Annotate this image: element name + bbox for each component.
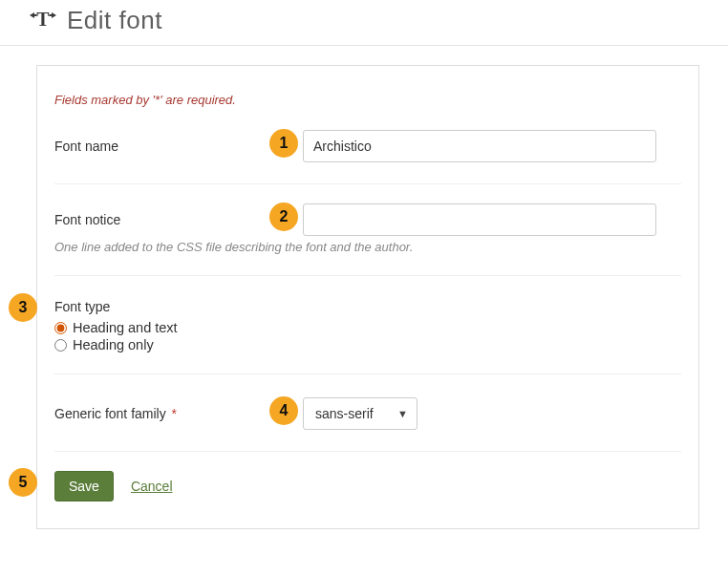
page-title: Edit font: [67, 6, 162, 35]
annotation-2: 2: [269, 203, 298, 231]
row-font-notice: Font notice 2: [54, 203, 681, 242]
font-width-icon: T: [29, 9, 67, 33]
label-font-name: Font name: [54, 139, 303, 154]
svg-rect-3: [34, 14, 37, 16]
annotation-1: 1: [269, 129, 298, 158]
input-font-notice[interactable]: [303, 203, 656, 236]
row-font-type: Font type Heading and text Heading only …: [54, 299, 681, 374]
svg-marker-2: [52, 12, 56, 18]
annotation-4: 4: [269, 396, 298, 425]
row-font-name: Font name 1: [54, 130, 681, 184]
page-header: T Edit font: [0, 0, 728, 46]
required-mark: *: [172, 406, 177, 421]
select-generic-family-wrap: sans-serif ▼: [303, 397, 418, 430]
radio-label-heading-and-text: Heading and text: [73, 320, 178, 335]
required-note: Fields marked by '*' are required.: [54, 93, 681, 107]
svg-rect-4: [50, 14, 53, 16]
svg-text:T: T: [36, 9, 50, 30]
label-font-type: Font type: [54, 299, 681, 314]
annotation-5: 5: [9, 468, 37, 497]
radio-label-heading-only: Heading only: [73, 337, 154, 352]
input-font-name[interactable]: [303, 130, 656, 162]
select-generic-family[interactable]: sans-serif: [303, 397, 418, 430]
radio-heading-only[interactable]: Heading only: [54, 337, 681, 352]
radio-input-heading-only[interactable]: [54, 339, 67, 352]
actions-row: Save Cancel 5: [54, 471, 681, 501]
label-generic-family: Generic font family: [54, 406, 166, 421]
annotation-3: 3: [9, 293, 37, 322]
hint-font-notice: One line added to the CSS file describin…: [54, 240, 681, 276]
radio-input-heading-and-text[interactable]: [54, 322, 67, 334]
cancel-link[interactable]: Cancel: [131, 479, 173, 494]
label-font-notice: Font notice: [54, 212, 303, 227]
svg-marker-1: [30, 12, 34, 18]
save-button[interactable]: Save: [54, 471, 114, 501]
row-generic-family: Generic font family * sans-serif ▼ 4: [54, 397, 681, 452]
radio-heading-and-text[interactable]: Heading and text: [54, 320, 681, 335]
form-panel: Fields marked by '*' are required. Font …: [36, 65, 699, 529]
